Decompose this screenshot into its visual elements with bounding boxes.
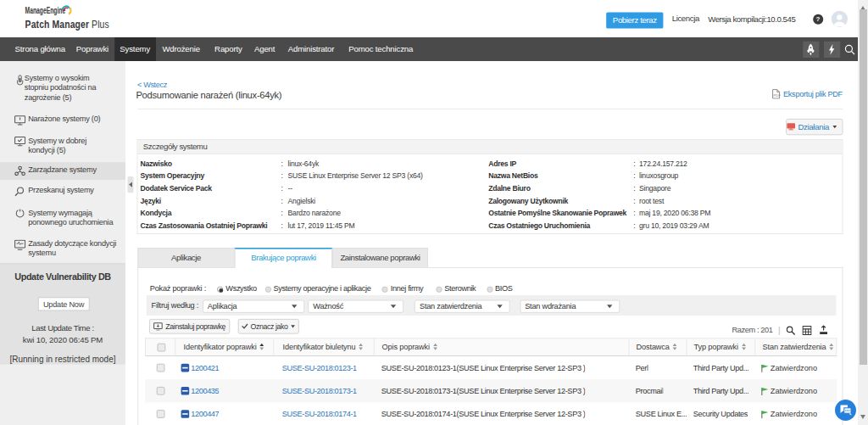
svg-text:PDF: PDF [773, 93, 780, 98]
